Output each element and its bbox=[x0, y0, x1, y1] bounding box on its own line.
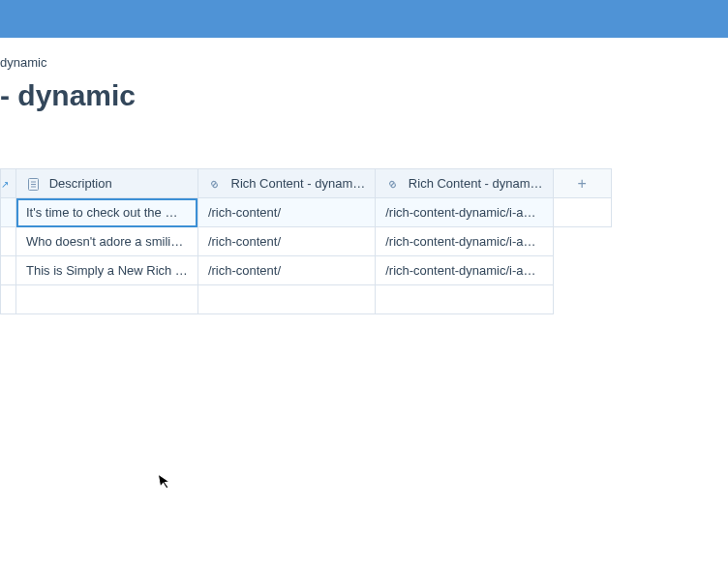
row-expand-header: ↗ bbox=[1, 169, 16, 198]
cell-description[interactable]: Who doesn't adore a smili… bbox=[16, 227, 198, 256]
link-icon bbox=[385, 177, 399, 191]
cell-rich-content-1[interactable]: /rich-content/ bbox=[197, 227, 375, 256]
add-row[interactable] bbox=[1, 285, 612, 314]
top-nav-bar bbox=[0, 0, 728, 38]
column-label: Rich Content - dynam… bbox=[409, 176, 543, 191]
cell-rich-content-2[interactable]: /rich-content-dynamic/i-a… bbox=[376, 227, 553, 256]
cell-empty[interactable] bbox=[16, 285, 198, 314]
breadcrumb[interactable]: dynamic bbox=[0, 38, 728, 70]
table-row[interactable]: This is Simply a New Rich … /rich-conten… bbox=[1, 256, 612, 285]
row-stub[interactable] bbox=[1, 227, 16, 256]
row-stub[interactable] bbox=[1, 256, 16, 285]
cell-rich-content-2[interactable]: /rich-content-dynamic/i-a… bbox=[376, 198, 553, 227]
page-title: - dynamic bbox=[0, 70, 728, 132]
row-stub[interactable] bbox=[1, 198, 16, 227]
cell-empty[interactable] bbox=[197, 285, 375, 314]
table-row[interactable]: Who doesn't adore a smili… /rich-content… bbox=[1, 227, 612, 256]
column-label: Rich Content - dynam… bbox=[231, 176, 366, 191]
link-icon bbox=[208, 177, 222, 191]
column-header-rich-content-2[interactable]: Rich Content - dynam… bbox=[376, 169, 553, 198]
cell-rich-content-2[interactable]: /rich-content-dynamic/i-a… bbox=[376, 256, 553, 285]
data-grid: ↗ Description Rich Content - dynam… Rich… bbox=[0, 168, 612, 314]
column-header-rich-content-1[interactable]: Rich Content - dynam… bbox=[197, 169, 375, 198]
mouse-cursor-icon bbox=[157, 471, 174, 494]
document-icon bbox=[26, 177, 40, 191]
cell-description[interactable]: It's time to check out the … bbox=[16, 198, 198, 227]
add-column-button[interactable]: + bbox=[553, 169, 611, 198]
cell-empty[interactable] bbox=[376, 285, 553, 314]
row-stub[interactable] bbox=[1, 285, 16, 314]
table-row[interactable]: It's time to check out the … /rich-conte… bbox=[1, 198, 612, 227]
cell-empty bbox=[553, 285, 611, 314]
cell-empty bbox=[553, 198, 611, 227]
cell-description[interactable]: This is Simply a New Rich … bbox=[16, 256, 198, 285]
column-label: Description bbox=[49, 176, 112, 191]
cell-empty bbox=[553, 256, 611, 285]
cell-empty bbox=[553, 227, 611, 256]
cell-rich-content-1[interactable]: /rich-content/ bbox=[197, 256, 375, 285]
cell-rich-content-1[interactable]: /rich-content/ bbox=[197, 198, 375, 227]
column-header-description[interactable]: Description bbox=[16, 169, 198, 198]
plus-icon: + bbox=[577, 175, 586, 192]
expand-icon: ↗ bbox=[1, 179, 9, 190]
